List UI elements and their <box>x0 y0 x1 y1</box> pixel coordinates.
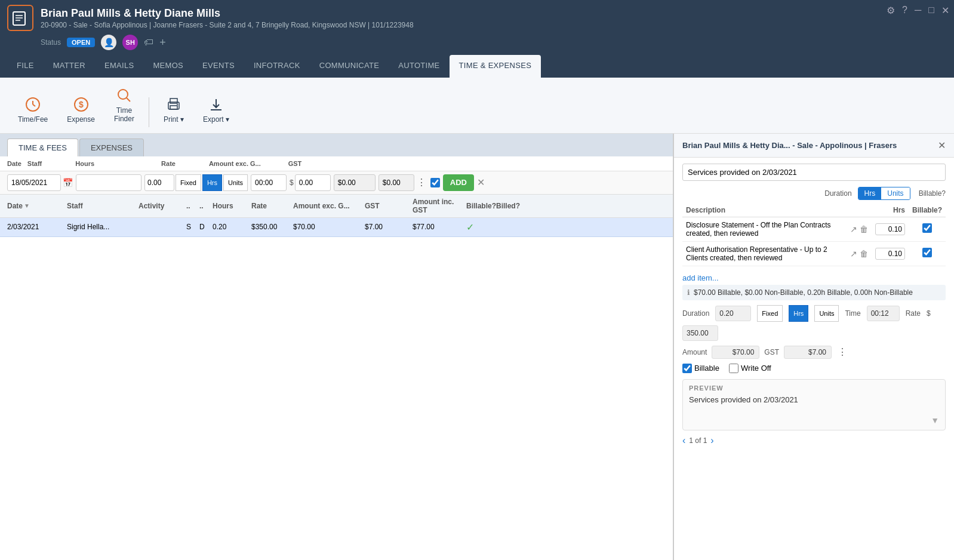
nav-file[interactable]: FILE <box>7 55 44 78</box>
user-avatar[interactable]: SH <box>122 35 138 50</box>
time-field-label: Time <box>845 309 860 318</box>
write-off-text: Write Off <box>741 364 771 373</box>
item-delete-icon-1[interactable]: 🗑 <box>860 224 868 234</box>
print-button[interactable]: Print ▾ <box>155 93 192 127</box>
write-off-check-label[interactable]: Write Off <box>729 364 771 373</box>
right-panel-title: Brian Paul Mills & Hetty Dia... - Sale -… <box>682 141 897 150</box>
col-gst[interactable]: GST <box>365 198 413 214</box>
billable-check[interactable] <box>682 364 692 373</box>
nav-autotime[interactable]: AUTOTIME <box>389 55 449 78</box>
nav-infotrack[interactable]: INFOTRACK <box>244 55 310 78</box>
col-hours[interactable]: Hours <box>213 198 251 214</box>
svg-rect-12 <box>170 99 177 103</box>
col-staff[interactable]: Staff <box>67 198 139 214</box>
item-actions-2: ↗ 🗑 <box>847 241 872 266</box>
col-rate[interactable]: Rate <box>251 198 293 214</box>
print-icon <box>165 96 182 113</box>
svg-rect-13 <box>170 106 177 109</box>
more-options-icon[interactable]: ⋮ <box>416 177 427 188</box>
maximize-icon[interactable]: □ <box>928 5 934 16</box>
row-billable: ✓ <box>466 221 496 233</box>
nav-communicate[interactable]: COMMUNICATE <box>310 55 389 78</box>
close-row-icon[interactable]: ✕ <box>477 177 485 188</box>
status-label: Status <box>41 38 61 47</box>
col-amount-inc[interactable]: Amount inc. GST <box>413 198 466 214</box>
settings-icon[interactable]: ⚙ <box>887 5 895 16</box>
time-field-value: 00:12 <box>867 306 900 321</box>
item-hrs-cell-2[interactable] <box>872 241 909 266</box>
tab-expenses[interactable]: EXPENSES <box>79 139 144 156</box>
pagination-text: 1 of 1 <box>689 436 707 445</box>
window-controls[interactable]: ⚙ ? ─ □ ✕ <box>887 5 949 16</box>
item-link-icon-1[interactable]: ↗ <box>850 224 857 234</box>
col-billed[interactable]: Billed? <box>496 198 526 214</box>
row-col2: D <box>199 223 213 231</box>
units-toggle[interactable]: Units <box>223 174 248 191</box>
col-date[interactable]: Date ▼ <box>7 198 67 214</box>
tab-time-fees[interactable]: TIME & FEES <box>7 139 78 156</box>
billable-checkbox[interactable] <box>430 178 440 187</box>
add-button[interactable]: ADD <box>443 174 474 191</box>
billable-col-header2: Billable? <box>909 204 946 217</box>
user-icon[interactable]: 👤 <box>101 35 116 50</box>
item-desc-1: Disclosure Statement - Off the Plan Cont… <box>682 217 847 241</box>
item-delete-icon-2[interactable]: 🗑 <box>860 249 868 259</box>
nav-emails[interactable]: EMAILS <box>95 55 143 78</box>
title-block: Brian Paul Mills & Hetty Diane Mills 20-… <box>41 7 947 29</box>
item-billable-check-2[interactable] <box>922 248 932 257</box>
item-billable-check-1[interactable] <box>922 223 932 233</box>
right-panel-close[interactable]: ✕ <box>938 140 946 151</box>
date-input[interactable] <box>7 174 61 191</box>
item-hrs-input-2[interactable] <box>875 248 905 260</box>
nav-matter[interactable]: MATTER <box>44 55 95 78</box>
notes-input[interactable] <box>682 164 946 181</box>
fixed-btn2[interactable]: Fixed <box>757 305 783 322</box>
hrs-btn2[interactable]: Hrs <box>789 305 808 322</box>
units-btn[interactable]: Units <box>881 187 909 199</box>
hrs-toggle[interactable]: Hrs <box>202 174 222 191</box>
export-button[interactable]: Export ▾ <box>195 93 238 127</box>
app-subtitle: 20-0900 - Sale - Sofia Appolinous | Joan… <box>41 21 947 29</box>
timefee-button[interactable]: Time/Fee <box>10 93 56 127</box>
timefee-label: Time/Fee <box>18 115 48 124</box>
item-link-icon-2[interactable]: ↗ <box>850 249 857 259</box>
close-icon[interactable]: ✕ <box>941 5 949 16</box>
prev-page-btn[interactable]: ‹ <box>682 435 685 446</box>
fixed-toggle[interactable]: Fixed <box>176 174 201 191</box>
toolbar-divider <box>149 97 149 127</box>
item-hrs-cell-1[interactable] <box>872 217 909 241</box>
minimize-icon[interactable]: ─ <box>915 5 921 16</box>
add-button[interactable]: + <box>159 36 166 49</box>
nav-memos[interactable]: MEMOS <box>143 55 193 78</box>
app-header: Brian Paul Mills & Hetty Diane Mills 20-… <box>7 5 947 31</box>
print-label: Print ▾ <box>164 115 184 124</box>
rate-input[interactable] <box>295 174 331 191</box>
amount-field-label: Amount <box>682 348 707 356</box>
units-btn2[interactable]: Units <box>814 305 839 322</box>
expense-button[interactable]: $ Expense <box>59 93 103 127</box>
subject-input[interactable] <box>76 174 141 191</box>
col-activity[interactable]: Activity <box>139 198 186 214</box>
billable-check-label[interactable]: Billable <box>682 364 719 373</box>
subject-label: Staff <box>27 160 42 167</box>
add-item-link[interactable]: add item... <box>682 271 946 285</box>
calendar-icon[interactable]: 📅 <box>63 178 73 187</box>
nav-events[interactable]: EVENTS <box>193 55 244 78</box>
next-page-btn[interactable]: › <box>710 435 713 446</box>
time-input[interactable] <box>251 174 287 191</box>
nav-time-expenses[interactable]: TIME & EXPENSES <box>450 55 541 78</box>
col-amount[interactable]: Amount exc. G... <box>293 198 365 214</box>
date-field[interactable]: 📅 <box>7 174 73 191</box>
item-billable-cell-1[interactable] <box>909 217 946 241</box>
hrs-btn[interactable]: Hrs <box>858 187 882 199</box>
amount-more-icon[interactable]: ⋮ <box>836 346 848 358</box>
timefinder-button[interactable]: TimeFinder <box>106 84 143 127</box>
item-hrs-input-1[interactable] <box>875 223 905 235</box>
item-billable-cell-2[interactable] <box>909 241 946 266</box>
preview-nav: ‹ 1 of 1 › <box>682 435 946 446</box>
col-billable[interactable]: Billable? <box>466 198 496 214</box>
help-icon[interactable]: ? <box>902 5 907 16</box>
table-row[interactable]: 2/03/2021 Sigrid Hella... S D 0.20 $350.… <box>0 218 673 237</box>
duration-input[interactable] <box>144 174 174 191</box>
write-off-check[interactable] <box>729 364 738 373</box>
